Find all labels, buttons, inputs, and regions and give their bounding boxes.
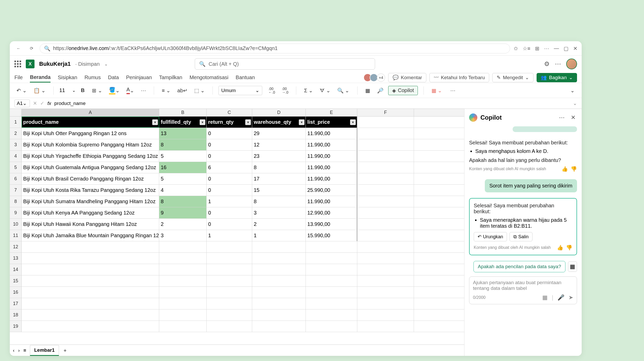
cell[interactable]: 8 [159, 139, 207, 150]
filter-icon[interactable]: ▾ [245, 119, 251, 125]
copilot-button[interactable]: ◈Copilot [388, 86, 418, 95]
cell[interactable]: 5 [159, 173, 207, 184]
refresh-button[interactable]: ⟳ [27, 44, 36, 53]
all-sheets-icon[interactable]: ≡ [23, 348, 26, 353]
cell[interactable]: 3 [252, 207, 306, 218]
grid-reference-icon[interactable]: ▦ [542, 294, 548, 301]
row-header[interactable]: 1 [10, 117, 22, 128]
ribbon-collapse-button[interactable]: ⌄ [568, 86, 577, 95]
favorites-icon[interactable]: ☆≡ [523, 45, 530, 52]
empty-cell[interactable] [357, 128, 414, 139]
find-button[interactable]: 🔍 ⌄ [335, 86, 352, 95]
header-cell[interactable]: return_qty▾ [207, 117, 252, 128]
empty-cell[interactable] [22, 321, 159, 332]
empty-cell[interactable] [22, 253, 159, 264]
increase-decimal-button[interactable]: .00→.0 [280, 86, 291, 95]
empty-cell[interactable] [252, 321, 306, 332]
chevron-down-icon[interactable]: ⌄ [104, 62, 108, 67]
row-header[interactable]: 9 [10, 207, 22, 218]
cell[interactable]: 12.990,00 [306, 207, 357, 218]
tab-peninjauan[interactable]: Peninjauan [126, 73, 152, 82]
back-button[interactable]: ← [14, 44, 23, 53]
empty-cell[interactable] [357, 321, 414, 332]
row-header[interactable]: 15 [10, 275, 22, 286]
empty-cell[interactable] [357, 117, 414, 128]
cell[interactable]: 0 [207, 219, 252, 230]
empty-cell[interactable] [357, 151, 414, 162]
bold-button[interactable]: B [78, 86, 87, 95]
empty-cell[interactable] [252, 241, 306, 252]
col-header-d[interactable]: D [252, 109, 306, 116]
row-header[interactable]: 10 [10, 219, 22, 230]
tab-file[interactable]: File [14, 73, 23, 82]
empty-cell[interactable] [252, 275, 306, 286]
copilot-more-icon[interactable]: ⋯ [557, 114, 566, 121]
copilot-close-icon[interactable]: ✕ [569, 114, 577, 121]
cell[interactable]: 0 [207, 151, 252, 162]
cell[interactable]: 0 [207, 207, 252, 218]
empty-cell[interactable] [207, 253, 252, 264]
cell[interactable]: 13 [159, 128, 207, 139]
sort-filter-button[interactable]: ᗊ ⌄ [318, 86, 333, 95]
col-header-b[interactable]: B [159, 109, 207, 116]
minimize-button[interactable]: — [554, 45, 559, 51]
formula-input[interactable]: product_name [54, 101, 570, 106]
thumbs-up-icon[interactable]: 👍 [557, 244, 563, 251]
more-icon[interactable]: ⋯ [555, 60, 561, 68]
row-header[interactable]: 8 [10, 196, 22, 207]
empty-cell[interactable] [306, 298, 357, 309]
filter-icon[interactable]: ▾ [350, 119, 356, 125]
copy-action-button[interactable]: ⧉Salin [510, 232, 532, 241]
sheet-next-icon[interactable]: › [18, 348, 20, 353]
cell[interactable]: 25.990,00 [306, 185, 357, 196]
fx-icon[interactable]: fx [47, 101, 51, 106]
empty-cell[interactable] [357, 253, 414, 264]
cell[interactable]: Biji Kopi Utuh Sumatra Mandheling Pangga… [22, 196, 159, 207]
empty-cell[interactable] [159, 321, 207, 332]
undo-action-button[interactable]: ↶Urungkan [474, 232, 507, 241]
row-header[interactable]: 6 [10, 173, 22, 184]
empty-cell[interactable] [22, 264, 159, 275]
cell[interactable]: 1 [207, 230, 252, 241]
cell[interactable]: Biji Kopi Utuh Guatemala Antigua Panggan… [22, 162, 159, 173]
cell[interactable]: 2 [159, 219, 207, 230]
empty-cell[interactable] [357, 173, 414, 184]
cell[interactable]: Biji Kopi Utuh Jamaika Blue Mountain Pan… [22, 230, 159, 241]
empty-cell[interactable] [159, 253, 207, 264]
more-font-button[interactable]: ⋯ [139, 86, 148, 95]
enter-formula-icon[interactable]: ✓ [40, 100, 44, 106]
cell[interactable]: 1 [207, 196, 252, 207]
empty-cell[interactable] [159, 264, 207, 275]
header-cell[interactable]: list_price▾ [306, 117, 357, 128]
analyze-data-button[interactable]: 🔎 [375, 86, 386, 95]
thumbs-down-icon[interactable]: 👎 [571, 166, 577, 172]
mic-icon[interactable]: 🎤 [557, 294, 564, 301]
document-status[interactable]: · Disimpan [75, 61, 99, 67]
empty-cell[interactable] [306, 253, 357, 264]
empty-cell[interactable] [357, 275, 414, 286]
suggestion-grid-icon[interactable]: ▦ [568, 261, 577, 272]
empty-cell[interactable] [159, 275, 207, 286]
row-header[interactable]: 2 [10, 128, 22, 139]
empty-cell[interactable] [22, 275, 159, 286]
paste-button[interactable]: 📋 ⌄ [31, 86, 48, 95]
filter-icon[interactable]: ▾ [299, 119, 304, 125]
empty-cell[interactable] [357, 219, 414, 230]
cell[interactable]: 11.990,00 [306, 151, 357, 162]
tab-sisipkan[interactable]: Sisipkan [58, 73, 77, 82]
header-cell[interactable]: warehouse_qty▾ [252, 117, 306, 128]
thumbs-down-icon[interactable]: 👎 [566, 244, 572, 251]
empty-cell[interactable] [357, 185, 414, 196]
empty-cell[interactable] [159, 298, 207, 309]
empty-cell[interactable] [306, 275, 357, 286]
menu-icon[interactable]: ⋯ [544, 45, 549, 52]
cell[interactable]: Biji Kopi Utuh Kenya AA Panggang Sedang … [22, 207, 159, 218]
filter-icon[interactable]: ▾ [200, 119, 205, 125]
cell[interactable]: 11.990,00 [306, 139, 357, 150]
tab-mengotomatisasi[interactable]: Mengotomatisasi [190, 73, 228, 82]
empty-cell[interactable] [306, 309, 357, 321]
cell[interactable]: 17 [252, 173, 306, 184]
empty-cell[interactable] [357, 264, 414, 275]
cell[interactable]: 16 [159, 162, 207, 173]
empty-cell[interactable] [207, 241, 252, 252]
